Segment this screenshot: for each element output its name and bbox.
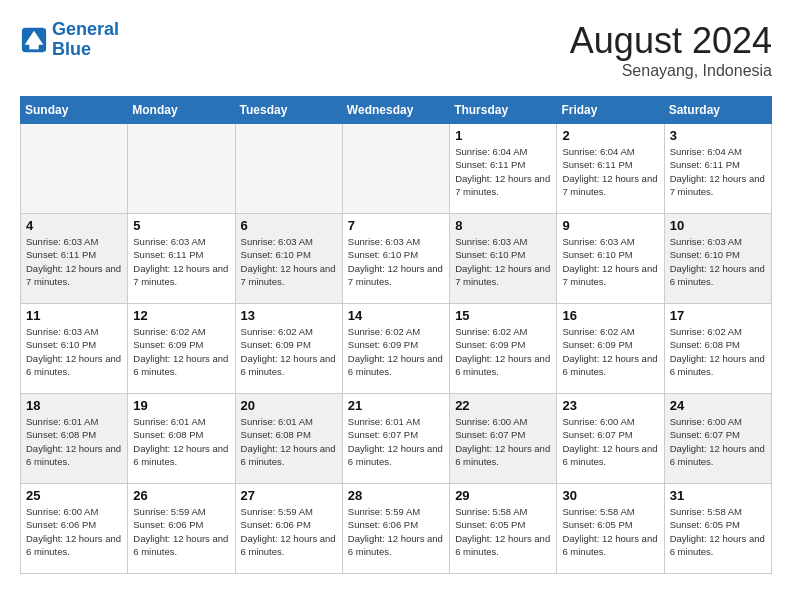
table-row: 8Sunrise: 6:03 AM Sunset: 6:10 PM Daylig…	[450, 214, 557, 304]
day-number: 3	[670, 128, 766, 143]
day-number: 7	[348, 218, 444, 233]
col-thursday: Thursday	[450, 97, 557, 124]
table-row: 10Sunrise: 6:03 AM Sunset: 6:10 PM Dayli…	[664, 214, 771, 304]
day-info: Sunrise: 5:59 AM Sunset: 6:06 PM Dayligh…	[348, 505, 444, 558]
day-number: 30	[562, 488, 658, 503]
day-info: Sunrise: 6:00 AM Sunset: 6:07 PM Dayligh…	[562, 415, 658, 468]
table-row	[128, 124, 235, 214]
calendar-week-row: 18Sunrise: 6:01 AM Sunset: 6:08 PM Dayli…	[21, 394, 772, 484]
table-row: 14Sunrise: 6:02 AM Sunset: 6:09 PM Dayli…	[342, 304, 449, 394]
table-row: 19Sunrise: 6:01 AM Sunset: 6:08 PM Dayli…	[128, 394, 235, 484]
day-number: 29	[455, 488, 551, 503]
day-number: 22	[455, 398, 551, 413]
day-info: Sunrise: 6:02 AM Sunset: 6:09 PM Dayligh…	[133, 325, 229, 378]
col-wednesday: Wednesday	[342, 97, 449, 124]
day-number: 9	[562, 218, 658, 233]
day-number: 25	[26, 488, 122, 503]
day-info: Sunrise: 6:02 AM Sunset: 6:09 PM Dayligh…	[455, 325, 551, 378]
table-row: 9Sunrise: 6:03 AM Sunset: 6:10 PM Daylig…	[557, 214, 664, 304]
col-sunday: Sunday	[21, 97, 128, 124]
table-row: 3Sunrise: 6:04 AM Sunset: 6:11 PM Daylig…	[664, 124, 771, 214]
calendar-week-row: 11Sunrise: 6:03 AM Sunset: 6:10 PM Dayli…	[21, 304, 772, 394]
calendar-week-row: 1Sunrise: 6:04 AM Sunset: 6:11 PM Daylig…	[21, 124, 772, 214]
day-info: Sunrise: 5:59 AM Sunset: 6:06 PM Dayligh…	[133, 505, 229, 558]
table-row: 24Sunrise: 6:00 AM Sunset: 6:07 PM Dayli…	[664, 394, 771, 484]
day-number: 31	[670, 488, 766, 503]
day-number: 4	[26, 218, 122, 233]
day-info: Sunrise: 5:58 AM Sunset: 6:05 PM Dayligh…	[670, 505, 766, 558]
table-row: 16Sunrise: 6:02 AM Sunset: 6:09 PM Dayli…	[557, 304, 664, 394]
day-info: Sunrise: 6:00 AM Sunset: 6:06 PM Dayligh…	[26, 505, 122, 558]
day-number: 16	[562, 308, 658, 323]
day-number: 19	[133, 398, 229, 413]
table-row: 31Sunrise: 5:58 AM Sunset: 6:05 PM Dayli…	[664, 484, 771, 574]
table-row: 21Sunrise: 6:01 AM Sunset: 6:07 PM Dayli…	[342, 394, 449, 484]
calendar-subtitle: Senayang, Indonesia	[570, 62, 772, 80]
logo-icon	[20, 26, 48, 54]
table-row: 6Sunrise: 6:03 AM Sunset: 6:10 PM Daylig…	[235, 214, 342, 304]
day-info: Sunrise: 6:04 AM Sunset: 6:11 PM Dayligh…	[562, 145, 658, 198]
day-number: 8	[455, 218, 551, 233]
day-info: Sunrise: 6:03 AM Sunset: 6:11 PM Dayligh…	[133, 235, 229, 288]
day-info: Sunrise: 5:58 AM Sunset: 6:05 PM Dayligh…	[562, 505, 658, 558]
table-row: 13Sunrise: 6:02 AM Sunset: 6:09 PM Dayli…	[235, 304, 342, 394]
day-info: Sunrise: 6:02 AM Sunset: 6:09 PM Dayligh…	[348, 325, 444, 378]
table-row: 29Sunrise: 5:58 AM Sunset: 6:05 PM Dayli…	[450, 484, 557, 574]
table-row: 27Sunrise: 5:59 AM Sunset: 6:06 PM Dayli…	[235, 484, 342, 574]
day-info: Sunrise: 6:02 AM Sunset: 6:08 PM Dayligh…	[670, 325, 766, 378]
day-number: 2	[562, 128, 658, 143]
day-info: Sunrise: 6:00 AM Sunset: 6:07 PM Dayligh…	[455, 415, 551, 468]
day-number: 10	[670, 218, 766, 233]
day-number: 28	[348, 488, 444, 503]
table-row	[342, 124, 449, 214]
table-row	[235, 124, 342, 214]
day-info: Sunrise: 6:00 AM Sunset: 6:07 PM Dayligh…	[670, 415, 766, 468]
calendar-table: Sunday Monday Tuesday Wednesday Thursday…	[20, 96, 772, 574]
day-info: Sunrise: 5:59 AM Sunset: 6:06 PM Dayligh…	[241, 505, 337, 558]
day-number: 15	[455, 308, 551, 323]
day-info: Sunrise: 6:03 AM Sunset: 6:10 PM Dayligh…	[26, 325, 122, 378]
table-row: 23Sunrise: 6:00 AM Sunset: 6:07 PM Dayli…	[557, 394, 664, 484]
day-info: Sunrise: 6:02 AM Sunset: 6:09 PM Dayligh…	[562, 325, 658, 378]
day-number: 11	[26, 308, 122, 323]
day-number: 27	[241, 488, 337, 503]
table-row: 7Sunrise: 6:03 AM Sunset: 6:10 PM Daylig…	[342, 214, 449, 304]
table-row: 12Sunrise: 6:02 AM Sunset: 6:09 PM Dayli…	[128, 304, 235, 394]
title-block: August 2024 Senayang, Indonesia	[570, 20, 772, 80]
table-row: 25Sunrise: 6:00 AM Sunset: 6:06 PM Dayli…	[21, 484, 128, 574]
table-row: 1Sunrise: 6:04 AM Sunset: 6:11 PM Daylig…	[450, 124, 557, 214]
day-info: Sunrise: 6:01 AM Sunset: 6:08 PM Dayligh…	[241, 415, 337, 468]
calendar-week-row: 25Sunrise: 6:00 AM Sunset: 6:06 PM Dayli…	[21, 484, 772, 574]
calendar-header-row: Sunday Monday Tuesday Wednesday Thursday…	[21, 97, 772, 124]
day-info: Sunrise: 6:03 AM Sunset: 6:10 PM Dayligh…	[562, 235, 658, 288]
col-saturday: Saturday	[664, 97, 771, 124]
table-row: 28Sunrise: 5:59 AM Sunset: 6:06 PM Dayli…	[342, 484, 449, 574]
day-info: Sunrise: 6:04 AM Sunset: 6:11 PM Dayligh…	[455, 145, 551, 198]
table-row: 20Sunrise: 6:01 AM Sunset: 6:08 PM Dayli…	[235, 394, 342, 484]
table-row	[21, 124, 128, 214]
day-number: 18	[26, 398, 122, 413]
day-info: Sunrise: 6:03 AM Sunset: 6:10 PM Dayligh…	[348, 235, 444, 288]
day-info: Sunrise: 6:01 AM Sunset: 6:08 PM Dayligh…	[133, 415, 229, 468]
day-info: Sunrise: 6:03 AM Sunset: 6:11 PM Dayligh…	[26, 235, 122, 288]
day-number: 12	[133, 308, 229, 323]
table-row: 5Sunrise: 6:03 AM Sunset: 6:11 PM Daylig…	[128, 214, 235, 304]
table-row: 11Sunrise: 6:03 AM Sunset: 6:10 PM Dayli…	[21, 304, 128, 394]
table-row: 30Sunrise: 5:58 AM Sunset: 6:05 PM Dayli…	[557, 484, 664, 574]
day-number: 14	[348, 308, 444, 323]
day-number: 26	[133, 488, 229, 503]
day-number: 13	[241, 308, 337, 323]
calendar-title: August 2024	[570, 20, 772, 62]
logo-text-line1: General	[52, 20, 119, 40]
col-tuesday: Tuesday	[235, 97, 342, 124]
table-row: 18Sunrise: 6:01 AM Sunset: 6:08 PM Dayli…	[21, 394, 128, 484]
day-number: 24	[670, 398, 766, 413]
calendar-week-row: 4Sunrise: 6:03 AM Sunset: 6:11 PM Daylig…	[21, 214, 772, 304]
col-monday: Monday	[128, 97, 235, 124]
page-header: General Blue August 2024 Senayang, Indon…	[20, 20, 772, 80]
table-row: 17Sunrise: 6:02 AM Sunset: 6:08 PM Dayli…	[664, 304, 771, 394]
logo: General Blue	[20, 20, 119, 60]
day-info: Sunrise: 5:58 AM Sunset: 6:05 PM Dayligh…	[455, 505, 551, 558]
day-number: 20	[241, 398, 337, 413]
day-info: Sunrise: 6:03 AM Sunset: 6:10 PM Dayligh…	[670, 235, 766, 288]
